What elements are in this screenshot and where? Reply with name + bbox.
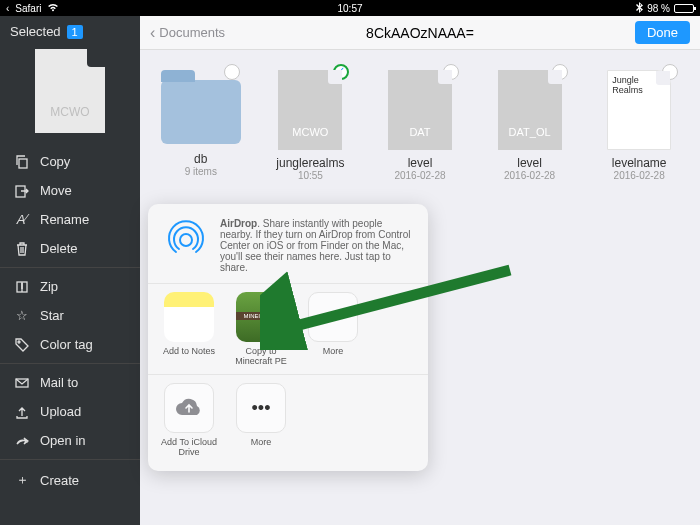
statusbar-app: Safari bbox=[15, 3, 41, 14]
menu-rename[interactable]: A⁄Rename bbox=[0, 205, 140, 234]
menu-copy[interactable]: Copy bbox=[0, 147, 140, 176]
sidebar: Selected 1 MCWO Copy Move A⁄Rename Delet… bbox=[0, 16, 140, 525]
menu-open-in[interactable]: Open in bbox=[0, 426, 140, 455]
menu-label: Move bbox=[40, 183, 72, 198]
move-icon bbox=[14, 184, 30, 198]
file-name: junglerealms bbox=[260, 156, 362, 170]
menu-label: Zip bbox=[40, 279, 58, 294]
share-copy-to-minecraft[interactable]: Copy to Minecraft PE bbox=[232, 292, 290, 366]
share-more-actions[interactable]: ••• More bbox=[232, 383, 290, 457]
doc-text: Jungle Realms bbox=[612, 75, 666, 95]
file-name: db bbox=[150, 152, 252, 166]
document-icon: DAT bbox=[388, 70, 452, 150]
selected-label: Selected bbox=[10, 24, 61, 39]
menu-delete[interactable]: Delete bbox=[0, 234, 140, 263]
rename-icon: A⁄ bbox=[14, 212, 30, 227]
back-button[interactable]: ‹ Documents bbox=[150, 24, 225, 42]
file-item[interactable]: DAT level 2016-02-28 bbox=[369, 64, 471, 181]
selected-file-thumbnail: MCWO bbox=[35, 49, 105, 133]
share-label: Add to Notes bbox=[160, 346, 218, 356]
file-name: levelname bbox=[588, 156, 690, 170]
more-icon: ••• bbox=[236, 383, 286, 433]
share-label: More bbox=[304, 346, 362, 356]
airdrop-text: AirDrop. Share instantly with people nea… bbox=[220, 218, 412, 273]
menu-zip[interactable]: Zip bbox=[0, 272, 140, 301]
file-meta: 2016-02-28 bbox=[588, 170, 690, 181]
file-item[interactable]: Jungle Realms levelname 2016-02-28 bbox=[588, 64, 690, 181]
zip-icon bbox=[14, 280, 30, 294]
wifi-icon bbox=[47, 3, 59, 14]
chevron-left-icon: ‹ bbox=[150, 24, 155, 42]
menu-label: Upload bbox=[40, 404, 81, 419]
menu-color-tag[interactable]: Color tag bbox=[0, 330, 140, 359]
select-circle[interactable] bbox=[224, 64, 240, 80]
airdrop-icon bbox=[164, 218, 208, 262]
upload-icon bbox=[14, 405, 30, 419]
plus-icon: ＋ bbox=[14, 471, 30, 489]
menu-move[interactable]: Move bbox=[0, 176, 140, 205]
mail-icon bbox=[14, 376, 30, 390]
doc-ext: MCWO bbox=[292, 126, 328, 138]
menu-label: Mail to bbox=[40, 375, 78, 390]
menu-star[interactable]: ☆Star bbox=[0, 301, 140, 330]
file-name: level bbox=[369, 156, 471, 170]
battery-icon bbox=[674, 4, 694, 13]
menu-mail-to[interactable]: Mail to bbox=[0, 368, 140, 397]
page-title: 8CkAAOzNAAA= bbox=[366, 25, 474, 41]
trash-icon bbox=[14, 242, 30, 256]
action-menu: Copy Move A⁄Rename Delete Zip ☆Star Colo… bbox=[0, 147, 140, 496]
menu-label: Star bbox=[40, 308, 64, 323]
share-add-to-icloud[interactable]: Add To iCloud Drive bbox=[160, 383, 218, 457]
menu-label: Open in bbox=[40, 433, 86, 448]
nav-bar: ‹ Documents 8CkAAOzNAAA= Done bbox=[140, 16, 700, 50]
icloud-icon bbox=[164, 383, 214, 433]
share-row-actions: Add To iCloud Drive ••• More bbox=[148, 374, 428, 465]
share-label: More bbox=[232, 437, 290, 447]
more-icon: ••• bbox=[308, 292, 358, 342]
doc-ext: DAT_OL bbox=[509, 126, 551, 138]
svg-point-3 bbox=[18, 341, 20, 343]
selection-header: Selected 1 bbox=[0, 16, 140, 45]
done-button[interactable]: Done bbox=[635, 21, 690, 44]
document-icon: Jungle Realms bbox=[607, 70, 671, 150]
airdrop-section[interactable]: AirDrop. Share instantly with people nea… bbox=[148, 204, 428, 283]
selected-count-badge: 1 bbox=[67, 25, 83, 39]
share-sheet: AirDrop. Share instantly with people nea… bbox=[148, 204, 428, 471]
menu-label: Create bbox=[40, 473, 79, 488]
document-icon: MCWO bbox=[278, 70, 342, 150]
menu-create[interactable]: ＋Create bbox=[0, 464, 140, 496]
menu-upload[interactable]: Upload bbox=[0, 397, 140, 426]
share-row-apps: Add to Notes Copy to Minecraft PE ••• Mo… bbox=[148, 283, 428, 374]
document-icon: DAT_OL bbox=[498, 70, 562, 150]
menu-label: Rename bbox=[40, 212, 89, 227]
battery-pct: 98 % bbox=[647, 3, 670, 14]
doc-ext: DAT bbox=[409, 126, 430, 138]
share-add-to-notes[interactable]: Add to Notes bbox=[160, 292, 218, 366]
copy-icon bbox=[14, 155, 30, 169]
bluetooth-icon bbox=[636, 2, 643, 15]
file-meta: 2016-02-28 bbox=[369, 170, 471, 181]
file-meta: 10:55 bbox=[260, 170, 362, 181]
file-item-folder[interactable]: db 9 items bbox=[150, 64, 252, 181]
open-in-icon bbox=[14, 434, 30, 448]
file-item[interactable]: DAT_OL level 2016-02-28 bbox=[479, 64, 581, 181]
minecraft-icon bbox=[236, 292, 286, 342]
file-meta: 9 items bbox=[150, 166, 252, 177]
share-label: Add To iCloud Drive bbox=[160, 437, 218, 457]
back-chevron-icon: ‹ bbox=[6, 3, 9, 14]
file-item[interactable]: MCWO junglerealms 10:55 bbox=[260, 64, 362, 181]
file-name: level bbox=[479, 156, 581, 170]
file-grid: db 9 items MCWO junglerealms 10:55 DAT l… bbox=[140, 50, 700, 181]
svg-rect-0 bbox=[19, 159, 27, 168]
menu-label: Delete bbox=[40, 241, 78, 256]
menu-label: Color tag bbox=[40, 337, 93, 352]
share-label: Copy to Minecraft PE bbox=[232, 346, 290, 366]
status-bar: ‹ Safari 10:57 98 % bbox=[0, 0, 700, 16]
back-label: Documents bbox=[159, 25, 225, 40]
share-more-apps[interactable]: ••• More bbox=[304, 292, 362, 366]
folder-icon bbox=[161, 80, 241, 144]
tag-icon bbox=[14, 338, 30, 352]
notes-icon bbox=[164, 292, 214, 342]
menu-label: Copy bbox=[40, 154, 70, 169]
airdrop-title: AirDrop bbox=[220, 218, 257, 229]
